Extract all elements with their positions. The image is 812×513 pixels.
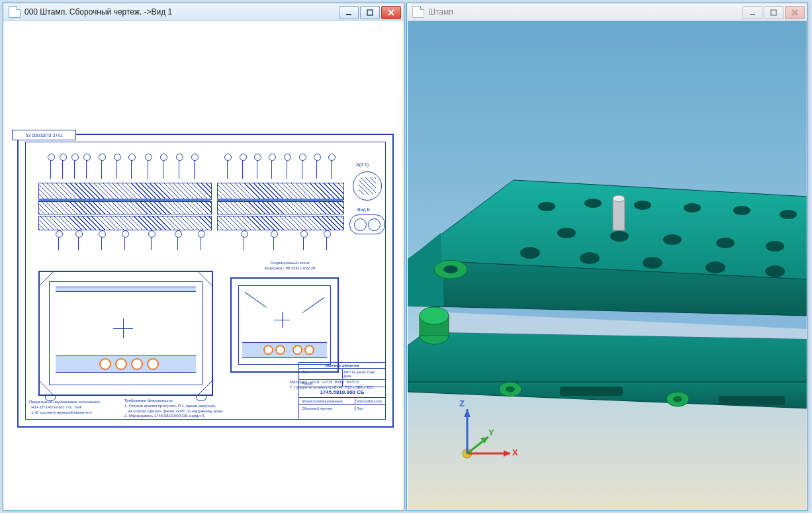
svg-point-16 <box>584 199 602 208</box>
window-controls-drawing <box>339 6 401 18</box>
svg-point-20 <box>780 210 797 219</box>
section-view-2 <box>217 175 343 238</box>
minimize-button[interactable] <box>339 6 359 19</box>
svg-point-27 <box>580 252 600 264</box>
window-title-drawing: 000 Штамп. Сборочный чертеж. ->Вид 1 <box>24 7 339 17</box>
svg-point-37 <box>420 307 449 324</box>
svg-point-28 <box>643 257 662 269</box>
title-block: Перечень элементов Изм.Лист № докум. Под… <box>298 362 386 420</box>
svg-point-17 <box>634 201 651 210</box>
model-viewport[interactable]: X Y Z <box>408 21 807 510</box>
svg-rect-1 <box>367 10 373 15</box>
plan-view-2 <box>230 277 339 373</box>
maximize-button[interactable] <box>764 6 784 19</box>
sheet-code-tag: 53 000.ШПЗ 27x1 <box>12 130 76 140</box>
window-drawing: 000 Штамп. Сборочный чертеж. ->Вид 1 53 … <box>3 3 404 511</box>
axis-z-label: Z <box>459 398 465 408</box>
tb-code: 1745.5810.000 СБ <box>299 387 385 397</box>
svg-point-18 <box>684 203 701 212</box>
tb-header: Перечень элементов <box>299 363 385 368</box>
close-button[interactable] <box>785 6 805 19</box>
window-title-model: Штамп <box>428 7 743 17</box>
svg-point-34 <box>613 195 625 202</box>
svg-point-29 <box>705 261 725 273</box>
drawing-canvas[interactable]: 53 000.ШПЗ 27x1 <box>4 21 403 510</box>
svg-rect-42 <box>560 387 623 396</box>
svg-point-21 <box>557 228 576 238</box>
close-button[interactable] <box>381 6 401 19</box>
axis-y-label: Y <box>488 428 494 438</box>
detail-label-a: А(2:1) <box>356 162 369 167</box>
titlebar-model[interactable]: Штамп <box>407 3 807 21</box>
svg-point-15 <box>538 202 555 211</box>
model-icon <box>412 6 424 18</box>
svg-point-39 <box>506 387 515 393</box>
drawing-sheet: 53 000.ШПЗ 27x1 <box>17 134 394 428</box>
svg-marker-50 <box>464 409 471 417</box>
svg-point-23 <box>663 234 682 245</box>
plan-view-1 <box>38 271 213 396</box>
svg-point-24 <box>716 238 735 248</box>
minimize-button[interactable] <box>743 6 762 19</box>
notes-center: Требования безопасности: 1. Острые кромк… <box>124 398 224 419</box>
svg-point-22 <box>610 231 629 242</box>
svg-rect-33 <box>613 199 625 230</box>
svg-point-19 <box>733 206 750 215</box>
coordinate-triad: X Y Z <box>447 397 520 470</box>
document-icon <box>9 6 21 18</box>
notes-left: Предельные неуказанные отклонения: Н14 ±… <box>29 400 101 415</box>
svg-point-32 <box>443 265 458 273</box>
svg-point-25 <box>766 241 784 252</box>
window-controls-model <box>743 6 805 18</box>
svg-rect-5 <box>771 10 776 15</box>
operational-sketch-label: Операционный эскиз Форсунка / 98.35М 1.0… <box>247 261 333 271</box>
svg-marker-46 <box>504 450 510 457</box>
axis-x-label: X <box>512 447 518 457</box>
detail-label-b: Вид Б <box>357 207 370 212</box>
detail-a <box>353 171 382 201</box>
detail-b <box>349 214 385 234</box>
model-scene: X Y Z <box>408 21 807 510</box>
window-model: Штамп <box>406 3 808 511</box>
svg-point-26 <box>520 247 540 259</box>
maximize-button[interactable] <box>360 6 380 19</box>
svg-point-30 <box>765 265 785 277</box>
section-view-1 <box>38 175 210 238</box>
svg-point-41 <box>673 396 682 402</box>
svg-rect-43 <box>719 396 785 405</box>
titlebar-drawing[interactable]: 000 Штамп. Сборочный чертеж. ->Вид 1 <box>3 3 404 21</box>
